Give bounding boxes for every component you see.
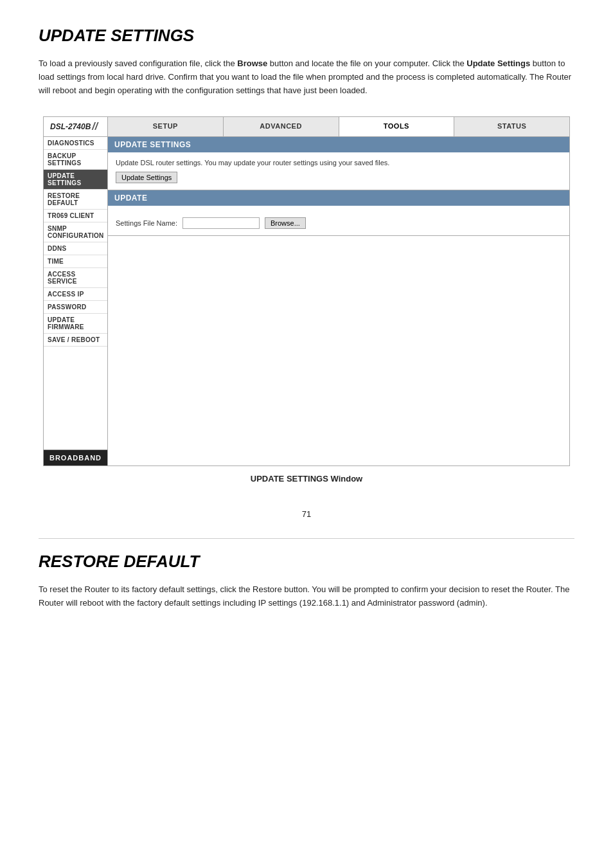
sidebar-item-access-ip[interactable]: ACCESS IP — [44, 288, 107, 301]
update-file-section-header: UPDATE — [108, 190, 569, 206]
sidebar-item-save-reboot[interactable]: SAVE / REBOOT — [44, 334, 107, 347]
browse-button[interactable]: Browse... — [265, 217, 306, 229]
sidebar-item-update-firmware[interactable]: UPDATE FIRMWARE — [44, 314, 107, 334]
section-divider — [39, 538, 574, 539]
page-title: UPDATE SETTINGS — [39, 26, 574, 46]
update-settings-button[interactable]: Update Settings — [116, 172, 177, 183]
sidebar-item-update-settings[interactable]: UPDATE SETTINGS — [44, 170, 107, 190]
update-settings-header-title: UPDATE SETTINGS — [114, 140, 191, 149]
sidebar-item-access-service[interactable]: ACCESS SERVICE — [44, 268, 107, 288]
sidebar-item-ddns[interactable]: DDNS — [44, 242, 107, 255]
tab-status[interactable]: STATUS — [454, 117, 569, 136]
update-settings-section: UPDATE SETTINGS Update DSL router settin… — [108, 137, 569, 190]
tab-setup[interactable]: SETUP — [108, 117, 224, 136]
router-logo: DSL-2740B// — [44, 117, 108, 136]
logo-slashes: // — [92, 121, 98, 132]
browse-keyword: Browse — [237, 59, 267, 68]
update-file-section: UPDATE Settings File Name: Browse... — [108, 190, 569, 236]
sidebar-item-tr069-client[interactable]: TR069 CLIENT — [44, 210, 107, 222]
sidebar-item-time[interactable]: TIME — [44, 255, 107, 268]
restore-default-title: RESTORE DEFAULT — [39, 552, 574, 572]
nav-tabs: SETUP ADVANCED TOOLS STATUS — [108, 117, 569, 136]
settings-file-label: Settings File Name: — [116, 219, 177, 227]
update-settings-description: To load a previously saved configuration… — [39, 57, 574, 97]
router-ui-frame: DSL-2740B// SETUP ADVANCED TOOLS STATUS … — [43, 116, 570, 466]
sidebar-item-password[interactable]: PASSWORD — [44, 301, 107, 314]
update-file-section-body: Settings File Name: Browse... — [108, 206, 569, 235]
sidebar-item-backup-settings[interactable]: BACKUP SETTINGS — [44, 150, 107, 170]
update-settings-keyword: Update Settings — [466, 59, 530, 68]
content-panel: UPDATE SETTINGS Update DSL router settin… — [108, 137, 569, 466]
top-nav-bar: DSL-2740B// SETUP ADVANCED TOOLS STATUS — [44, 117, 569, 137]
sidebar-item-snmp-configuration[interactable]: SNMP CONFIGURATION — [44, 222, 107, 242]
update-file-header-title: UPDATE — [114, 194, 147, 203]
settings-file-row: Settings File Name: Browse... — [116, 217, 562, 229]
page-number: 71 — [39, 509, 574, 519]
sidebar-spacer — [44, 347, 107, 449]
update-settings-section-body: Update DSL router settings. You may upda… — [108, 152, 569, 190]
sidebar-item-restore-default[interactable]: RESTORE DEFAULT — [44, 190, 107, 210]
tab-advanced[interactable]: ADVANCED — [224, 117, 339, 136]
content-empty-space — [108, 236, 569, 365]
sidebar: DIAGNOSTICS BACKUP SETTINGS UPDATE SETTI… — [44, 137, 108, 466]
settings-file-input[interactable] — [182, 217, 260, 229]
restore-default-description: To reset the Router to its factory defau… — [39, 583, 574, 610]
sidebar-item-diagnostics[interactable]: DIAGNOSTICS — [44, 137, 107, 150]
window-caption: UPDATE SETTINGS Window — [39, 474, 574, 484]
update-settings-body-text: Update DSL router settings. You may upda… — [116, 159, 562, 167]
update-settings-section-header: UPDATE SETTINGS — [108, 137, 569, 152]
main-area: DIAGNOSTICS BACKUP SETTINGS UPDATE SETTI… — [44, 137, 569, 466]
logo-text: DSL-2740B — [50, 122, 91, 131]
sidebar-bottom-label: BROADBAND — [44, 449, 107, 466]
tab-tools[interactable]: TOOLS — [339, 117, 455, 136]
